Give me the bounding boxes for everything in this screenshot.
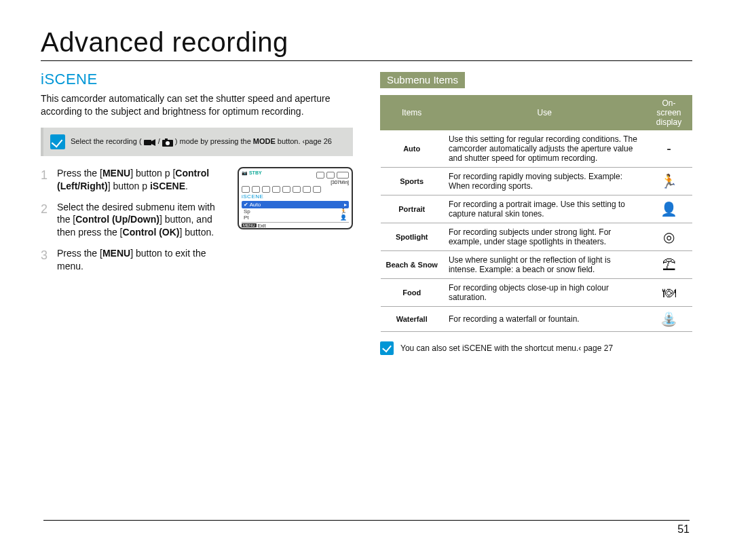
page-title: Advanced recording	[41, 27, 692, 58]
page-number: 51	[43, 520, 690, 536]
mode-note-text: Select the recording ( / ) mode by press…	[71, 137, 332, 147]
item-use: Use where sunlight or the reﬂection of l…	[443, 251, 646, 279]
svg-rect-0	[144, 140, 151, 145]
step-number: 3	[41, 247, 50, 273]
shortcut-note: You can also set iSCENE with the shortcu…	[380, 341, 692, 355]
item-use: For recording rapidly moving subjects. E…	[443, 168, 646, 195]
mode-note-box: Select the recording ( / ) mode by press…	[41, 128, 353, 156]
col-items: Items	[381, 96, 443, 130]
item-osd-icon: -	[646, 130, 692, 168]
table-row: SpotlightFor recording subjects under st…	[381, 223, 692, 251]
item-use: For recording subjects under strong ligh…	[443, 223, 646, 251]
item-name: Spotlight	[381, 223, 443, 251]
checkmark-icon	[50, 134, 65, 149]
camcorder-icon	[144, 138, 156, 147]
table-row: AutoUse this setting for regular recordi…	[381, 130, 692, 168]
camera-icon	[162, 138, 173, 147]
svg-marker-1	[151, 139, 155, 146]
step-1: 1Press the [MENU] button p [Control (Lef…	[41, 167, 228, 193]
item-osd-icon: 🏃	[646, 168, 692, 195]
item-name: Beach & Snow	[381, 251, 443, 279]
svg-point-3	[166, 141, 170, 145]
table-row: WaterfallFor recording a waterfall or fo…	[381, 307, 692, 332]
item-name: Portrait	[381, 195, 443, 223]
step-number: 2	[41, 201, 50, 240]
intro-text: This camcorder automatically can set the…	[41, 92, 353, 118]
shortcut-note-text: You can also set iSCENE with the shortcu…	[400, 343, 613, 353]
lcd-screenshot: 📷 STBY [307Min] iSCENE ✔ Auto▸ Sp🏃 Pt👤 M…	[238, 167, 353, 229]
divider	[41, 60, 692, 61]
step-text: Press the [MENU] button p [Control (Left…	[57, 167, 228, 193]
item-osd-icon: ⛱	[646, 251, 692, 279]
item-osd-icon: ◎	[646, 223, 692, 251]
submenu-items-heading: Submenu Items	[380, 72, 465, 88]
item-use: For recording a waterfall or fountain.	[443, 307, 646, 332]
step-number: 1	[41, 167, 50, 193]
note-check-icon	[380, 341, 394, 355]
submenu-table: Items Use On-screen display AutoUse this…	[380, 95, 692, 332]
item-osd-icon: 👤	[646, 195, 692, 223]
step-text: Press the [MENU] button to exit the menu…	[57, 247, 228, 273]
svg-rect-4	[165, 138, 168, 141]
table-row: SportsFor recording rapidly moving subje…	[381, 168, 692, 195]
item-name: Waterfall	[381, 307, 443, 332]
table-row: PortraitFor recording a portrait image. …	[381, 195, 692, 223]
item-osd-icon: 🍽	[646, 279, 692, 307]
item-use: Use this setting for regular recording c…	[443, 130, 646, 168]
step-2: 2Select the desired submenu item with th…	[41, 201, 228, 240]
table-row: Beach & SnowUse where sunlight or the re…	[381, 251, 692, 279]
table-row: FoodFor recording objects close-up in hi…	[381, 279, 692, 307]
item-name: Auto	[381, 130, 443, 168]
item-osd-icon: ⛲	[646, 307, 692, 332]
step-text: Select the desired submenu item with the…	[57, 201, 228, 240]
col-osd: On-screen display	[646, 96, 692, 130]
item-use: For recording objects close-up in high c…	[443, 279, 646, 307]
item-name: Food	[381, 279, 443, 307]
col-use: Use	[443, 96, 646, 130]
item-name: Sports	[381, 168, 443, 195]
item-use: For recording a portrait image. Use this…	[443, 195, 646, 223]
section-heading-iscene: iSCENE	[41, 71, 353, 88]
step-3: 3Press the [MENU] button to exit the men…	[41, 247, 228, 273]
